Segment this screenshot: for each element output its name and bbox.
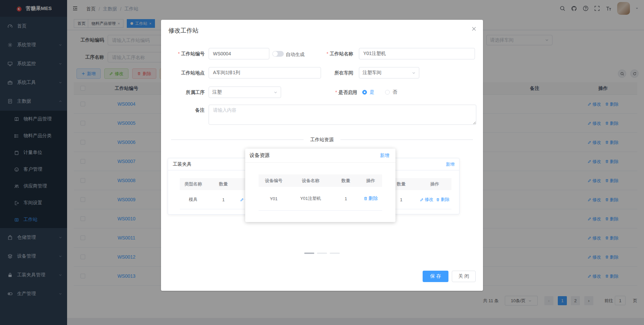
fixture-row-type: 模具 — [180, 197, 207, 203]
equip-row-name: Y01注塑机 — [289, 196, 332, 202]
enabled-label: *是否启用 — [314, 90, 357, 96]
popup-header: 设备资源 新增 — [245, 149, 395, 163]
tool-col-actions: 操作 — [418, 181, 451, 187]
name-label: *工作站名称 — [310, 51, 353, 57]
equip-col-actions: 操作 — [359, 178, 382, 184]
code-input[interactable] — [209, 48, 269, 59]
equipment-table: 设备编号 设备名称 数量 操作 Y01 Y01注塑机 1 删除 — [259, 174, 382, 211]
auto-generate-toggle[interactable] — [272, 51, 284, 57]
auto-generate-label: 自动生成 — [286, 52, 305, 58]
equipment-add-link[interactable]: 新增 — [380, 153, 389, 159]
fixture-col-type: 类型名称 — [180, 181, 207, 187]
resource-divider: 工作站资源 — [171, 140, 473, 140]
process-select[interactable]: 注塑 — [209, 87, 281, 98]
pencil-icon — [240, 198, 244, 202]
carousel-indicator[interactable] — [330, 253, 340, 254]
process-label: 所属工序 — [161, 90, 205, 96]
popup-title: 设备资源 — [250, 152, 270, 159]
equip-col-code: 设备编号 — [259, 178, 289, 184]
chevron-down-icon — [274, 91, 277, 94]
workshop-label: 所在车间 — [310, 70, 353, 76]
fixture-col-qty: 数量 — [207, 181, 240, 187]
name-input[interactable] — [359, 48, 475, 59]
save-button[interactable]: 保 存 — [423, 271, 448, 282]
close-button[interactable]: 关 闭 — [452, 271, 476, 282]
workshop-select[interactable]: 注塑车间 — [359, 67, 419, 78]
equip-col-name: 设备名称 — [289, 178, 332, 184]
fixture-row-qty: 1 — [207, 197, 240, 202]
tool-delete-link[interactable]: 删除 — [436, 197, 449, 203]
pencil-icon — [420, 198, 424, 202]
remark-textarea[interactable] — [209, 105, 476, 125]
carousel-indicator[interactable] — [317, 253, 327, 254]
equip-delete-link[interactable]: 删除 — [364, 196, 378, 202]
code-label: *工作站编号 — [161, 51, 205, 57]
carousel-indicator-active[interactable] — [304, 253, 314, 254]
location-input[interactable] — [209, 67, 321, 78]
equipment-resource-popup: 设备资源 新增 设备编号 设备名称 数量 操作 Y01 Y01注塑机 1 删除 — [245, 149, 395, 222]
remark-label: 备注 — [161, 107, 205, 113]
location-label: 工作站地点 — [161, 70, 205, 76]
equip-row-qty: 1 — [332, 196, 359, 201]
chevron-down-icon — [412, 71, 416, 75]
trash-icon — [436, 198, 440, 202]
trash-icon — [364, 197, 368, 201]
close-icon[interactable] — [472, 26, 476, 31]
enabled-no-radio[interactable]: 否 — [385, 89, 397, 95]
dialog-title: 修改工作站 — [168, 26, 199, 35]
equip-col-qty: 数量 — [332, 178, 359, 184]
tool-add-link[interactable]: 新增 — [446, 161, 454, 167]
tool-edit-link[interactable]: 修改 — [420, 197, 433, 203]
enabled-yes-radio[interactable]: 是 — [362, 89, 374, 95]
equip-row-code: Y01 — [259, 196, 289, 201]
